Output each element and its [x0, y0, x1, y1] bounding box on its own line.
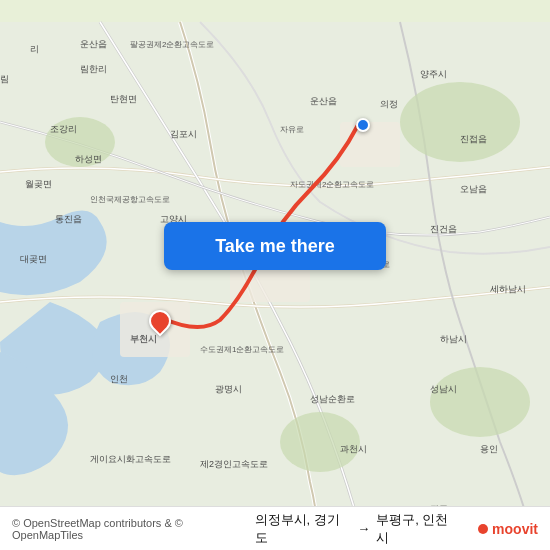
moovit-logo: moovit — [478, 521, 538, 537]
svg-text:자유로: 자유로 — [280, 125, 304, 134]
svg-text:제2경인고속도로: 제2경인고속도로 — [200, 459, 268, 469]
svg-text:성남시: 성남시 — [430, 384, 457, 394]
map-background: 운산읍 양주시 진접읍 오남읍 진건읍 의정 월곶면 통진읍 대곶면 림한리 탄… — [0, 0, 550, 550]
origin-pin — [356, 118, 370, 132]
svg-point-2 — [430, 367, 530, 437]
svg-text:팔공권제2순환고속도로: 팔공권제2순환고속도로 — [130, 40, 214, 49]
footer-origin: 의정부시, 경기도 — [255, 511, 352, 547]
svg-text:하남시: 하남시 — [440, 334, 467, 344]
svg-text:월곶면: 월곶면 — [25, 179, 52, 189]
svg-text:자도권제2순환고속도로: 자도권제2순환고속도로 — [290, 180, 374, 189]
footer-destination: 부평구, 인천시 — [376, 511, 460, 547]
destination-pin — [148, 310, 172, 340]
footer-copyright: © OpenStreetMap contributors & © OpenMap… — [12, 517, 255, 541]
svg-text:성남순환로: 성남순환로 — [310, 394, 355, 404]
svg-text:인천국제공항고속도로: 인천국제공항고속도로 — [90, 195, 170, 204]
svg-text:대곶면: 대곶면 — [20, 254, 47, 264]
svg-text:통진읍: 통진읍 — [55, 214, 82, 224]
svg-text:용인: 용인 — [480, 444, 498, 454]
footer-arrow: → — [357, 521, 370, 536]
svg-text:김포시: 김포시 — [170, 129, 197, 139]
svg-point-3 — [280, 412, 360, 472]
svg-text:과천시: 과천시 — [340, 444, 367, 454]
svg-rect-7 — [340, 122, 400, 167]
moovit-icon — [478, 524, 488, 534]
svg-text:진접읍: 진접읍 — [460, 134, 487, 144]
svg-text:수도권제1순환고속도로: 수도권제1순환고속도로 — [200, 345, 284, 354]
svg-point-1 — [400, 82, 520, 162]
svg-text:광명시: 광명시 — [215, 384, 242, 394]
svg-text:리: 리 — [30, 44, 39, 54]
moovit-label: moovit — [492, 521, 538, 537]
svg-text:조강리: 조강리 — [50, 124, 77, 134]
svg-text:인천: 인천 — [110, 374, 128, 384]
footer-bar: © OpenStreetMap contributors & © OpenMap… — [0, 506, 550, 550]
map-container: 운산읍 양주시 진접읍 오남읍 진건읍 의정 월곶면 통진읍 대곶면 림한리 탄… — [0, 0, 550, 550]
svg-text:림한리: 림한리 — [80, 64, 107, 74]
svg-text:림: 림 — [0, 74, 9, 84]
svg-text:오남읍: 오남읍 — [460, 184, 487, 194]
svg-text:양주시: 양주시 — [420, 69, 447, 79]
take-me-there-button[interactable]: Take me there — [164, 222, 386, 270]
svg-text:세하남시: 세하남시 — [490, 284, 526, 294]
svg-text:게이요시화고속도로: 게이요시화고속도로 — [90, 454, 171, 464]
svg-text:운산읍: 운산읍 — [310, 96, 337, 106]
svg-text:운산읍: 운산읍 — [80, 39, 107, 49]
svg-text:하성면: 하성면 — [75, 154, 102, 164]
svg-text:의정: 의정 — [380, 99, 398, 109]
svg-text:진건읍: 진건읍 — [430, 224, 457, 234]
footer-route: 의정부시, 경기도 → 부평구, 인천시 moovit — [255, 511, 538, 547]
svg-text:탄현면: 탄현면 — [110, 94, 137, 104]
